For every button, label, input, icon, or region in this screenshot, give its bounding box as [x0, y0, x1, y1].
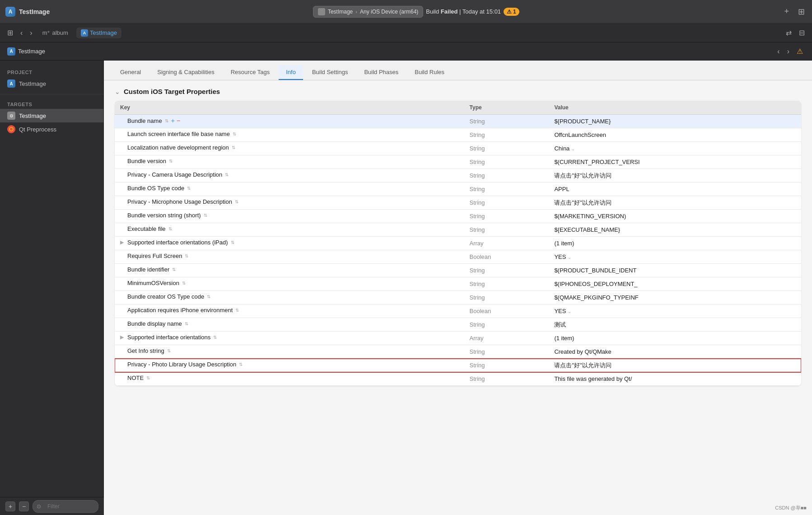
- inspector-back-button[interactable]: ‹: [775, 46, 781, 57]
- table-row[interactable]: Bundle version⇅String$(CURRENT_PROJECT_V…: [115, 155, 801, 169]
- key-stepper[interactable]: ⇅: [185, 253, 188, 258]
- scheme-icon: [318, 8, 325, 15]
- key-stepper[interactable]: ⇅: [182, 281, 186, 286]
- layout-button[interactable]: ⊞: [796, 5, 807, 19]
- scheme-selector[interactable]: TestImage › Any iOS Device (arm64): [313, 6, 423, 18]
- table-row[interactable]: Requires Full Screen⇅BooleanYES⌄: [115, 250, 801, 264]
- sidebar-remove-button[interactable]: −: [19, 501, 29, 511]
- cell-key: Localization native development region⇅: [115, 142, 464, 153]
- sidebar: PROJECT A TestImage TARGETS ⚙ TestImage …: [0, 61, 104, 515]
- main-panel: General Signing & Capabilities Resource …: [104, 61, 812, 515]
- inspector-title-label: TestImage: [18, 48, 45, 55]
- table-row[interactable]: Get Info string⇅StringCreated by Qt/QMak…: [115, 345, 801, 359]
- key-stepper[interactable]: ⇅: [168, 226, 172, 231]
- table-row[interactable]: Executable file⇅String${EXECUTABLE_NAME}: [115, 223, 801, 237]
- key-stepper[interactable]: ⇅: [233, 131, 236, 136]
- breadcrumb-testimage[interactable]: A TestImage: [76, 28, 121, 38]
- key-stepper[interactable]: ⇅: [235, 308, 239, 313]
- key-stepper[interactable]: ⇅: [232, 145, 235, 150]
- table-row[interactable]: NOTE⇅StringThis file was generated by Qt…: [115, 372, 801, 386]
- key-text: Bundle version: [127, 158, 166, 164]
- table-row[interactable]: Launch screen interface file base name⇅S…: [115, 128, 801, 142]
- table-row[interactable]: Privacy - Microphone Usage Description⇅S…: [115, 196, 801, 210]
- table-row[interactable]: Application requires iPhone environment⇅…: [115, 304, 801, 318]
- cell-value: $(CURRENT_PROJECT_VERSI: [549, 155, 801, 169]
- table-row[interactable]: MinimumOSVersion⇅String$(IPHONEOS_DEPLOY…: [115, 277, 801, 291]
- table-row[interactable]: Privacy - Camera Usage Description⇅Strin…: [115, 169, 801, 183]
- table-row[interactable]: Bundle OS Type code⇅StringAPPL: [115, 183, 801, 196]
- inspector-warning-button[interactable]: ⚠: [795, 45, 805, 57]
- table-row[interactable]: ▶Supported interface orientations (iPad)…: [115, 237, 801, 250]
- expand-arrow[interactable]: ▶: [120, 334, 126, 340]
- cell-key: ▶Supported interface orientations⇅: [115, 332, 464, 343]
- cell-value: 请点击"好"以允许访问: [549, 169, 801, 183]
- col-type-header: Type: [464, 101, 549, 115]
- key-stepper[interactable]: ⇅: [185, 321, 188, 326]
- collapse-button[interactable]: ⌄: [115, 88, 120, 95]
- cell-key: Requires Full Screen⇅: [115, 250, 464, 262]
- inspector-forward-button[interactable]: ›: [785, 46, 791, 57]
- key-stepper[interactable]: ⇅: [204, 213, 207, 218]
- key-stepper[interactable]: ⇅: [169, 159, 173, 164]
- table-row[interactable]: Bundle creator OS Type code⇅String$(QMAK…: [115, 291, 801, 304]
- key-text: Bundle OS Type code: [127, 185, 184, 192]
- value-chevron[interactable]: ⌄: [568, 309, 571, 314]
- refresh-button[interactable]: ⇄: [784, 27, 793, 39]
- cell-type: String: [464, 210, 549, 223]
- cell-type: String: [464, 115, 549, 128]
- key-stepper[interactable]: ⇅: [172, 267, 176, 272]
- sidebar-item-testimage-project[interactable]: A TestImage: [0, 77, 103, 90]
- filter-input[interactable]: [43, 502, 94, 511]
- table-row[interactable]: Localization native development region⇅S…: [115, 142, 801, 155]
- key-stepper[interactable]: ⇅: [146, 375, 150, 380]
- add-button[interactable]: +: [782, 5, 791, 18]
- table-row[interactable]: Privacy - Photo Library Usage Descriptio…: [115, 359, 801, 372]
- table-row[interactable]: Bundle display name⇅String测试: [115, 318, 801, 332]
- key-stepper[interactable]: ⇅: [167, 348, 171, 353]
- inspector-bar-right: ‹ › ⚠: [775, 45, 805, 57]
- editor-toggle-button[interactable]: ⊟: [797, 27, 807, 39]
- cell-key: Bundle creator OS Type code⇅: [115, 291, 464, 302]
- tab-info[interactable]: Info: [279, 65, 303, 80]
- tab-build-rules[interactable]: Build Rules: [407, 65, 452, 80]
- row-remove-btn[interactable]: −: [177, 117, 180, 124]
- table-row[interactable]: Bundle identifier⇅String$(PRODUCT_BUNDLE…: [115, 264, 801, 277]
- warning-badge[interactable]: ⚠ 1: [504, 8, 519, 16]
- tab-signing[interactable]: Signing & Capabilities: [150, 65, 221, 80]
- tab-build-settings[interactable]: Build Settings: [305, 65, 355, 80]
- key-stepper[interactable]: ⇅: [239, 362, 243, 367]
- breadcrumb-album[interactable]: m⁺ album: [38, 28, 73, 38]
- key-stepper[interactable]: ⇅: [213, 335, 217, 340]
- cell-value: YES⌄: [549, 250, 801, 264]
- value-chevron[interactable]: ⌄: [571, 146, 575, 151]
- value-chevron[interactable]: ⌄: [568, 255, 571, 260]
- table-row[interactable]: Bundle name⇅+−String${PRODUCT_NAME}: [115, 115, 801, 128]
- cell-key: Executable file⇅: [115, 223, 464, 234]
- key-stepper[interactable]: ⇅: [165, 118, 168, 123]
- grid-icon[interactable]: ⊞: [5, 27, 15, 39]
- tab-build-phases[interactable]: Build Phases: [357, 65, 406, 80]
- key-stepper[interactable]: ⇅: [225, 172, 229, 177]
- sidebar-add-button[interactable]: +: [5, 501, 15, 511]
- back-nav-button[interactable]: ‹: [19, 27, 24, 39]
- expand-arrow[interactable]: ▶: [120, 239, 126, 245]
- sidebar-project-label: PROJECT: [0, 66, 103, 77]
- key-stepper[interactable]: ⇅: [187, 186, 191, 191]
- forward-nav-button[interactable]: ›: [28, 27, 34, 39]
- key-stepper[interactable]: ⇅: [207, 294, 210, 299]
- key-text: Bundle creator OS Type code: [127, 293, 204, 300]
- sidebar-item-qt-preprocess[interactable]: Qt Preprocess: [0, 122, 103, 136]
- cell-key: Privacy - Microphone Usage Description⇅: [115, 196, 464, 207]
- cell-value: $(PRODUCT_BUNDLE_IDENT: [549, 264, 801, 277]
- table-row[interactable]: Bundle version string (short)⇅String$(MA…: [115, 210, 801, 223]
- row-add-btn[interactable]: +: [171, 117, 175, 124]
- tab-general[interactable]: General: [113, 65, 148, 80]
- key-text: Supported interface orientations (iPad): [127, 239, 228, 246]
- key-text: Supported interface orientations: [127, 334, 210, 341]
- key-stepper[interactable]: ⇅: [231, 240, 234, 245]
- key-stepper[interactable]: ⇅: [235, 199, 238, 204]
- sidebar-item-testimage-target[interactable]: ⚙ TestImage: [0, 109, 103, 122]
- tab-resource-tags[interactable]: Resource Tags: [224, 65, 277, 80]
- table-row[interactable]: ▶Supported interface orientations⇅Array(…: [115, 332, 801, 345]
- key-text: MinimumOSVersion: [127, 280, 179, 286]
